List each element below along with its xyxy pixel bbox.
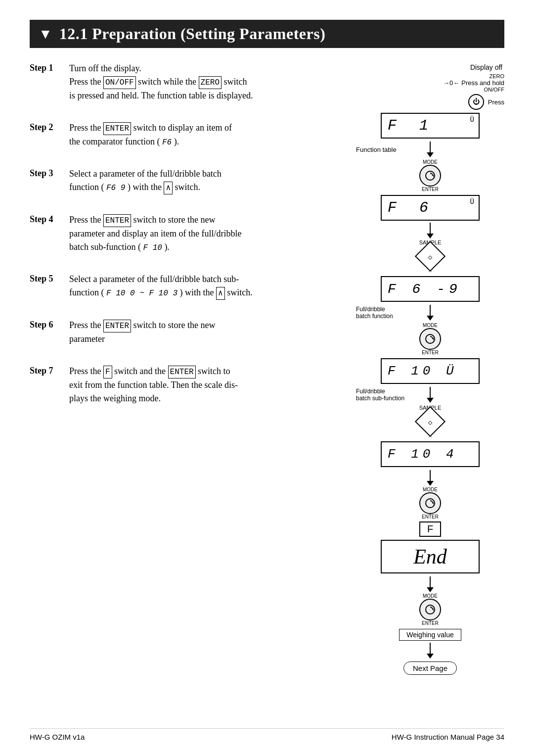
- mode-button-2[interactable]: [419, 328, 441, 350]
- f-switch-ref-7: F: [103, 366, 112, 378]
- onoff-switch-ref: ON/OFF: [103, 76, 136, 89]
- display-5: F 10 4: [381, 441, 480, 467]
- step-6-text: Press the ENTER switch to store the new …: [69, 319, 215, 346]
- display-1-dots: Ü: [470, 116, 475, 124]
- arrow-6: [427, 576, 434, 592]
- arrow-1: [427, 142, 434, 157]
- mode-button-4[interactable]: [419, 599, 441, 620]
- up-switch-ref-5: ∧: [216, 287, 225, 300]
- press-label: Press: [488, 98, 504, 106]
- f100-f103-code: F 10 0 ~ F 10 3: [106, 289, 178, 298]
- step-4-row: Step 4 Press the ENTER switch to store t…: [30, 213, 346, 254]
- enter-switch-ref-2: ENTER: [103, 122, 131, 135]
- mode-button-1[interactable]: [419, 165, 441, 187]
- step-1-label: Step 1: [30, 62, 69, 73]
- footer-center: HW-G Instruction Manual Page 34: [392, 733, 504, 741]
- page-title: 12.1 Preparation (Setting Parameters): [59, 25, 326, 43]
- step-1-row: Step 1 Turn off the display. Press the O…: [30, 62, 346, 102]
- batch-function-label: batch function: [356, 313, 393, 320]
- step-4-label: Step 4: [30, 213, 69, 225]
- page-footer: HW-G OZIM v1a HW-G Instruction Manual Pa…: [30, 728, 504, 741]
- up-switch-ref-3: ∧: [164, 182, 173, 194]
- display-1: F 1 Ü: [381, 113, 480, 139]
- full-dribble-sub-label: Full/dribble: [356, 388, 385, 395]
- f10-code: F 10: [143, 243, 162, 252]
- step-1-text: Turn off the display. Press the ON/OFF s…: [69, 62, 253, 102]
- sample-button[interactable]: ⬦: [415, 241, 445, 272]
- step-3-label: Step 3: [30, 167, 69, 179]
- end-display: End: [381, 540, 480, 573]
- display-3: F 6 -9: [381, 276, 480, 302]
- arrow-5: [427, 470, 434, 486]
- enter-switch-ref-4: ENTER: [103, 214, 131, 227]
- step-2-text: Press the ENTER switch to display an ite…: [69, 121, 232, 148]
- display-off-label: Display off: [470, 63, 502, 71]
- enter-switch-ref-6: ENTER: [103, 320, 131, 332]
- step-3-text: Select a parameter of the full/dribble b…: [69, 167, 222, 194]
- display-2: F 6 Ü: [381, 195, 480, 221]
- step-5-label: Step 5: [30, 273, 69, 284]
- mode-enter-1: MODE ENTER: [419, 159, 441, 192]
- step-3-row: Step 3 Select a parameter of the full/dr…: [30, 167, 346, 194]
- step-6-label: Step 6: [30, 319, 69, 330]
- enter-label-2: ENTER: [422, 350, 439, 355]
- press-hold-label: Press and hold: [461, 79, 504, 87]
- mode-label-4: MODE: [423, 593, 438, 599]
- f6-code: F6: [162, 138, 172, 147]
- arrow-2: [427, 223, 434, 238]
- mode-label-1: MODE: [423, 159, 438, 165]
- step-4-text: Press the ENTER switch to store the new …: [69, 213, 241, 254]
- batch-sub-label: batch sub-function: [356, 395, 404, 402]
- enter-label-1: ENTER: [422, 187, 439, 192]
- arrow-3: [427, 305, 434, 321]
- zero-label: ZERO: [489, 73, 504, 79]
- step-7-row: Step 7 Press the F switch and the ENTER …: [30, 365, 346, 405]
- weighing-value-label: Weighing value: [399, 629, 461, 641]
- main-content: Step 1 Turn off the display. Press the O…: [30, 62, 504, 675]
- mode-button-3[interactable]: [419, 492, 441, 514]
- onoff-label: ON/OFF: [484, 87, 504, 93]
- footer-left: HW-G OZIM v1a: [30, 733, 85, 741]
- next-page-button[interactable]: Next Page: [403, 662, 457, 675]
- step-5-text: Select a parameter of the full/dribble b…: [69, 273, 253, 300]
- mode-enter-2: MODE ENTER: [419, 323, 441, 355]
- step-2-row: Step 2 Press the ENTER switch to display…: [30, 121, 346, 148]
- display-2-dots: Ü: [470, 198, 475, 206]
- mode-enter-4: MODE ENTER: [419, 593, 441, 626]
- zero-switch-ref: ZERO: [199, 76, 222, 89]
- f-press: F: [419, 521, 441, 537]
- enter-label-4: ENTER: [422, 620, 439, 626]
- arrow-4: [427, 387, 434, 403]
- f69-code: F6 9: [106, 184, 125, 192]
- page-header: ▼ 12.1 Preparation (Setting Parameters): [30, 20, 504, 48]
- enter-switch-ref-7: ENTER: [168, 366, 196, 378]
- step-2-label: Step 2: [30, 121, 69, 133]
- mode-label-3: MODE: [423, 487, 438, 492]
- mode-enter-3: MODE ENTER: [419, 487, 441, 520]
- f-button[interactable]: F: [419, 521, 441, 537]
- diagram-column: Display off ZERO →0← Press and hold ON/O…: [356, 62, 504, 675]
- function-table-label: Function table: [356, 146, 397, 153]
- header-icon: ▼: [39, 26, 52, 42]
- full-dribble-label: Full/dribble: [356, 306, 385, 313]
- step-7-label: Step 7: [30, 365, 69, 376]
- step-5-row: Step 5 Select a parameter of the full/dr…: [30, 273, 346, 300]
- enter-label-3: ENTER: [422, 514, 439, 520]
- step-6-row: Step 6 Press the ENTER switch to store t…: [30, 319, 346, 346]
- display-4: F 10 Ü: [381, 358, 480, 384]
- step-7-text: Press the F switch and the ENTER switch …: [69, 365, 238, 405]
- sample-button-2[interactable]: ⬦: [415, 406, 445, 437]
- power-button[interactable]: ⏻: [468, 94, 484, 110]
- steps-column: Step 1 Turn off the display. Press the O…: [30, 62, 356, 675]
- arrow-7: [427, 643, 434, 659]
- mode-label-2: MODE: [423, 323, 438, 328]
